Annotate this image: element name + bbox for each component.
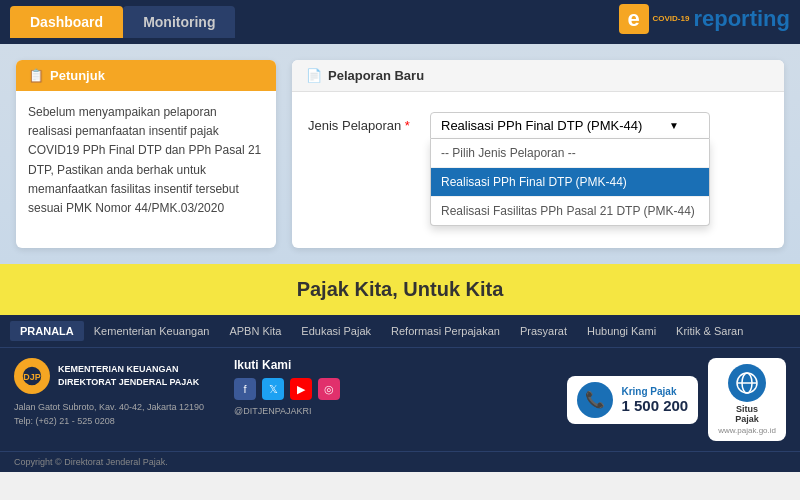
tab-monitoring[interactable]: Monitoring	[123, 6, 235, 38]
pelaporan-body: Jenis Pelaporan * Realisasi PPh Final DT…	[292, 92, 784, 200]
situs-label: SitusPajak	[735, 404, 759, 424]
facebook-icon[interactable]: f	[234, 378, 256, 400]
situs-url: www.pajak.go.id	[718, 426, 776, 435]
pelaporan-title: Pelaporan Baru	[328, 68, 424, 83]
kring-number: 1 500 200	[621, 397, 688, 414]
top-navigation: Dashboard Monitoring e COVID-19 reportin…	[0, 0, 800, 44]
petunjuk-header: 📋 Petunjuk	[16, 60, 276, 91]
footer-nav-apbn[interactable]: APBN Kita	[219, 321, 291, 341]
jenis-pelaporan-dropdown[interactable]: Realisasi PPh Final DTP (PMK-44) ▼ -- Pi…	[430, 112, 710, 139]
dropdown-item-fasilitas[interactable]: Realisasi Fasilitas PPh Pasal 21 DTP (PM…	[431, 197, 709, 225]
logo-reporting-label: reporting	[693, 6, 790, 32]
footer-nav-kemenkeu[interactable]: Kementerian Keuangan	[84, 321, 220, 341]
kring-text: Kring Pajak 1 500 200	[621, 386, 688, 414]
social-title: Ikuti Kami	[234, 358, 340, 372]
kring-pajak-badge: 📞 Kring Pajak 1 500 200	[567, 376, 698, 424]
dropdown-display[interactable]: Realisasi PPh Final DTP (PMK-44) ▼	[430, 112, 710, 139]
pelaporan-header: 📄 Pelaporan Baru	[292, 60, 784, 92]
footer-nav-kritik[interactable]: Kritik & Saran	[666, 321, 753, 341]
social-icons: f 𝕏 ▶ ◎	[234, 378, 340, 400]
situs-globe-icon	[728, 364, 766, 402]
footer-navigation: PRANALA Kementerian Keuangan APBN Kita E…	[0, 315, 800, 347]
djp-logo-icon: DJP	[14, 358, 50, 394]
main-content: 📋 Petunjuk Sebelum menyampaikan pelapora…	[0, 44, 800, 264]
footer-body: DJP KEMENTERIAN KEUANGAN DIREKTORAT JEND…	[0, 347, 800, 451]
footer-social: Ikuti Kami f 𝕏 ▶ ◎ @DITJENPAJAKRI	[234, 358, 340, 416]
footer-copyright: Copyright © Direktorat Jenderal Pajak.	[0, 451, 800, 472]
kring-phone-icon: 📞	[577, 382, 613, 418]
dropdown-list: -- Pilih Jenis Pelaporan -- Realisasi PP…	[430, 139, 710, 226]
chevron-down-icon: ▼	[669, 120, 679, 131]
form-row-jenis: Jenis Pelaporan * Realisasi PPh Final DT…	[308, 112, 768, 139]
logo-e-letter: e	[619, 4, 649, 34]
petunjuk-title: Petunjuk	[50, 68, 105, 83]
banner-text: Pajak Kita, Untuk Kita	[297, 278, 504, 300]
kring-label: Kring Pajak	[621, 386, 688, 397]
book-icon: 📋	[28, 68, 44, 83]
pelaporan-panel: 📄 Pelaporan Baru Jenis Pelaporan * Reali…	[292, 60, 784, 248]
svg-text:DJP: DJP	[23, 372, 41, 382]
footer-nav-prasyarat[interactable]: Prasyarat	[510, 321, 577, 341]
footer-nav-hubungi[interactable]: Hubungi Kami	[577, 321, 666, 341]
footer-nav-reformasi[interactable]: Reformasi Perpajakan	[381, 321, 510, 341]
footer-address: Jalan Gatot Subroto, Kav. 40-42, Jakarta…	[14, 400, 214, 429]
situs-pajak-badge[interactable]: SitusPajak www.pajak.go.id	[708, 358, 786, 441]
document-icon: 📄	[306, 68, 322, 83]
footer-nav-edukasi[interactable]: Edukasi Pajak	[291, 321, 381, 341]
dropdown-item-pph-final[interactable]: Realisasi PPh Final DTP (PMK-44)	[431, 168, 709, 197]
social-handle: @DITJENPAJAKRI	[234, 406, 340, 416]
logo-covid-label: COVID-19	[653, 14, 690, 24]
dropdown-selected-value: Realisasi PPh Final DTP (PMK-44)	[441, 118, 642, 133]
footer-org-name: KEMENTERIAN KEUANGAN DIREKTORAT JENDERAL…	[58, 363, 199, 388]
footer-nav-pranala[interactable]: PRANALA	[10, 321, 84, 341]
instagram-icon[interactable]: ◎	[318, 378, 340, 400]
footer-logo-section: DJP KEMENTERIAN KEUANGAN DIREKTORAT JEND…	[14, 358, 214, 429]
footer-logo-row: DJP KEMENTERIAN KEUANGAN DIREKTORAT JEND…	[14, 358, 214, 394]
copyright-text: Copyright © Direktorat Jenderal Pajak.	[14, 457, 168, 467]
footer-right: 📞 Kring Pajak 1 500 200 SitusPajak www.p…	[567, 358, 786, 441]
yellow-banner: Pajak Kita, Untuk Kita	[0, 264, 800, 315]
logo-area: e COVID-19 reporting	[619, 4, 790, 34]
petunjuk-panel: 📋 Petunjuk Sebelum menyampaikan pelapora…	[16, 60, 276, 248]
youtube-icon[interactable]: ▶	[290, 378, 312, 400]
required-marker: *	[405, 118, 410, 133]
twitter-icon[interactable]: 𝕏	[262, 378, 284, 400]
form-label-jenis: Jenis Pelaporan *	[308, 112, 418, 133]
petunjuk-body: Sebelum menyampaikan pelaporan realisasi…	[16, 91, 276, 230]
tab-dashboard[interactable]: Dashboard	[10, 6, 123, 38]
dropdown-item-placeholder[interactable]: -- Pilih Jenis Pelaporan --	[431, 139, 709, 168]
